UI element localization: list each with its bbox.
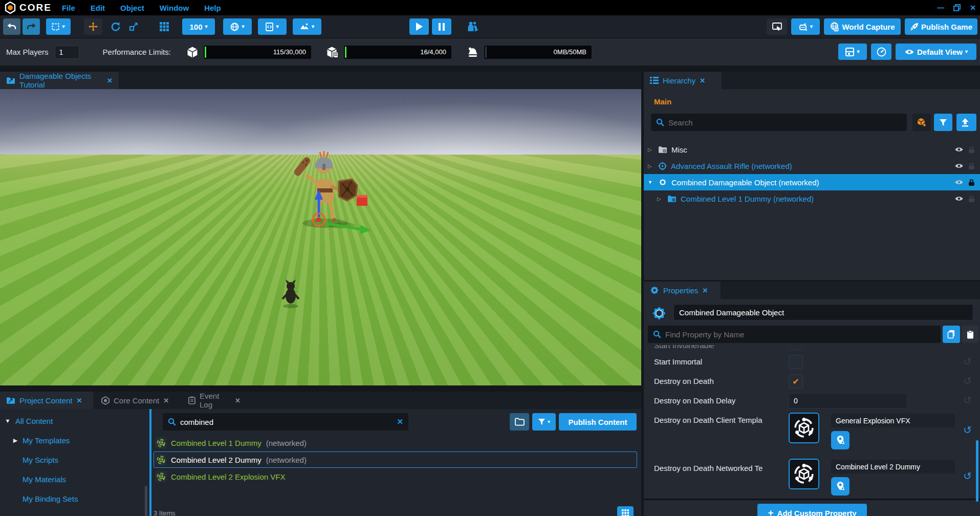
visibility-eye-icon[interactable] (954, 179, 964, 185)
collapse-arrow-icon[interactable]: ▷ (657, 196, 663, 202)
open-folder-button[interactable] (510, 413, 529, 431)
grid-size-dropdown[interactable]: 100 ▾ (182, 18, 215, 35)
multiplayer-preview-button[interactable] (463, 18, 483, 35)
sidebar-item-my-templates[interactable]: ▶ My Templates (0, 431, 147, 450)
undo-button[interactable] (3, 18, 20, 35)
object-count-icon (186, 46, 199, 58)
collapse-arrow-icon[interactable]: ▷ (648, 147, 654, 153)
visibility-eye-icon[interactable] (954, 196, 964, 202)
checkbox[interactable] (789, 345, 803, 350)
reset-icon[interactable]: ↺ (963, 376, 972, 386)
viewport-tab[interactable]: Damageable Objects Tutorial ✕ (0, 72, 119, 89)
menu-object[interactable]: Object (120, 4, 144, 12)
sidebar-scrollbar[interactable] (145, 486, 147, 516)
script-dropdown[interactable]: ▾ (258, 18, 287, 35)
small-creature[interactable] (279, 280, 302, 309)
tab-close-icon[interactable]: ✕ (235, 397, 241, 404)
play-button[interactable] (409, 18, 429, 35)
sidebar-item-my-materials[interactable]: My Materials (0, 469, 147, 489)
publish-content-button[interactable]: Publish Content (559, 413, 637, 431)
visibility-eye-icon[interactable] (954, 163, 964, 169)
content-search-input[interactable] (180, 418, 393, 426)
move-tool-button[interactable] (84, 18, 102, 35)
sidebar-item-clipped[interactable]: My Ba (0, 508, 147, 516)
3d-viewport[interactable] (0, 89, 641, 385)
export-button[interactable] (956, 114, 974, 131)
hierarchy-item-level1-dummy[interactable]: ▷ Combined Level 1 Dummy (networked) (644, 190, 980, 207)
expand-arrow-icon[interactable]: ▼ (0, 418, 15, 424)
grid-snap-button[interactable] (156, 18, 173, 35)
tab-project-content[interactable]: Project Content ✕ (0, 392, 93, 409)
sidebar-item-my-binding-sets[interactable]: My Binding Sets (0, 489, 147, 508)
reset-icon-active[interactable]: ↺ (963, 471, 972, 481)
lock-icon[interactable] (968, 179, 975, 186)
tab-properties[interactable]: Properties ✕ (644, 282, 721, 299)
reset-icon-active[interactable]: ↺ (963, 425, 972, 435)
copy-properties-button[interactable] (943, 326, 960, 343)
content-item-row[interactable]: Combined Level 1 Dummy (networked) (154, 435, 637, 451)
lock-icon[interactable] (968, 195, 975, 203)
terrain-dropdown[interactable]: ▾ (293, 18, 321, 35)
sidebar-item-my-scripts[interactable]: My Scripts (0, 450, 147, 469)
max-players-input[interactable] (55, 46, 79, 59)
paste-properties-button[interactable] (962, 326, 978, 343)
content-item-row[interactable]: Combined Level 2 Explosion VFX (154, 468, 637, 485)
tab-hierarchy[interactable]: Hierarchy ✕ (644, 72, 722, 89)
collapse-arrow-icon[interactable]: ▶ (8, 437, 23, 444)
show-assets-button[interactable] (912, 114, 931, 131)
add-custom-property-button[interactable]: + Add Custom Property (757, 504, 867, 516)
tab-core-content[interactable]: Core Content ✕ (95, 392, 180, 409)
find-property-field[interactable] (648, 326, 941, 343)
checkbox-checked[interactable]: ✔ (789, 374, 803, 389)
world-settings-dropdown[interactable]: ▾ (223, 18, 252, 35)
menu-edit[interactable]: Edit (91, 4, 105, 12)
dummy-character[interactable] (276, 148, 399, 297)
tab-close-icon[interactable]: ✕ (700, 77, 705, 84)
properties-scrollbar[interactable] (976, 440, 978, 502)
scale-tool-button[interactable] (125, 18, 142, 35)
hierarchy-filter-button[interactable] (934, 114, 952, 131)
visibility-eye-icon[interactable] (954, 146, 964, 153)
hierarchy-search-input[interactable] (668, 118, 902, 127)
content-filter-dropdown[interactable]: ▾ (532, 413, 556, 431)
tab-close-icon[interactable]: ✕ (163, 397, 169, 404)
checkbox-unchecked[interactable] (789, 355, 803, 369)
viewport-tab-close-icon[interactable]: ✕ (107, 77, 113, 84)
content-item-row-selected[interactable]: Combined Level 2 Dummy (networked) (154, 451, 637, 468)
template-slot[interactable] (789, 413, 819, 443)
hierarchy-item-assault-rifle[interactable]: ▷ Advanced Assault Rifle (networked) (644, 158, 980, 174)
sky (0, 89, 641, 156)
tab-close-icon[interactable]: ✕ (702, 287, 708, 294)
rotate-tool-button[interactable] (106, 18, 124, 35)
content-search-field[interactable]: ✕ (163, 413, 408, 431)
pause-button[interactable] (432, 18, 451, 35)
hierarchy-search-field[interactable] (651, 114, 907, 131)
find-property-input[interactable] (665, 330, 935, 339)
tab-event-log[interactable]: Event Log ✕ (182, 392, 247, 409)
reset-icon[interactable]: ↺ (963, 395, 972, 405)
menu-help[interactable]: Help (204, 4, 221, 12)
grid-view-button[interactable] (617, 506, 634, 516)
hierarchy-item-damageable-selected[interactable]: ▼ Combined Damageable Object (networked) (644, 174, 980, 190)
template-slot[interactable] (789, 459, 819, 489)
delay-value-input[interactable] (789, 393, 907, 408)
reset-icon[interactable]: ↺ (963, 356, 972, 367)
sidebar-item-all-content[interactable]: ▼ All Content (0, 411, 147, 431)
property-row-destroy-on-death: Destroy on Death ✔ ↺ (644, 372, 980, 391)
panel-divider[interactable] (149, 409, 151, 516)
tab-close-icon[interactable]: ✕ (76, 397, 82, 404)
collapse-arrow-icon[interactable]: ▷ (648, 163, 654, 169)
redo-button[interactable] (23, 18, 40, 35)
find-asset-button[interactable] (831, 431, 850, 449)
lock-icon[interactable] (968, 146, 975, 154)
find-asset-button[interactable] (831, 477, 850, 496)
lock-icon[interactable] (968, 162, 975, 170)
tab-label: Event Log (200, 392, 231, 409)
select-tool-dropdown[interactable]: ▾ (46, 18, 71, 35)
clear-search-icon[interactable]: ✕ (397, 417, 403, 426)
expand-arrow-icon[interactable]: ▼ (648, 180, 654, 185)
menu-window[interactable]: Window (160, 4, 189, 12)
menu-file[interactable]: File (62, 4, 75, 12)
hierarchy-item-misc[interactable]: ▷ Misc (644, 141, 980, 158)
object-name-input[interactable] (673, 304, 973, 320)
